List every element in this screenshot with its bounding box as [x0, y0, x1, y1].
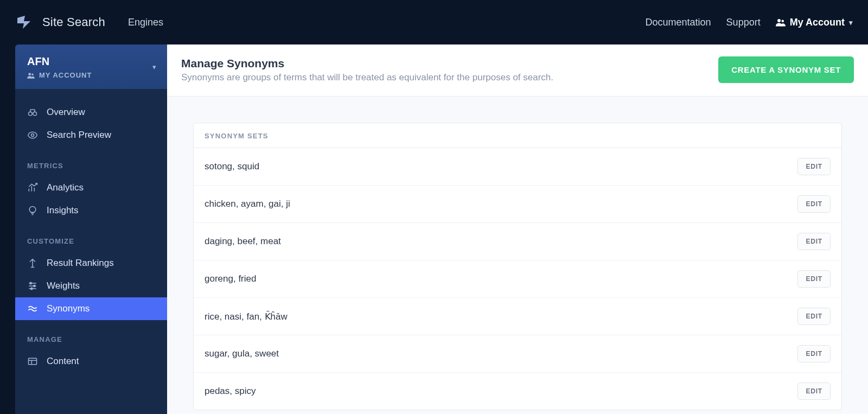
sidebar-item-overview[interactable]: Overview [15, 101, 167, 124]
edit-synonym-set-button[interactable]: EDIT [797, 308, 831, 325]
shell: AFN MY ACCOUNT ▾ O [0, 44, 868, 414]
sidebar-item-search-preview[interactable]: Search Preview [15, 124, 167, 147]
nav-section-manage: MANAGE Content [15, 323, 167, 376]
brand-name: Site Search [42, 15, 105, 29]
svg-point-5 [33, 112, 37, 116]
sidebar-item-synonyms[interactable]: Synonyms [15, 297, 167, 320]
edit-synonym-set-button[interactable]: EDIT [797, 345, 831, 362]
svg-point-4 [29, 112, 33, 116]
sidebar-item-analytics[interactable]: Analytics [15, 176, 167, 199]
sidebar-item-label: Analytics [47, 182, 84, 193]
sidebar-item-weights[interactable]: Weights [15, 275, 167, 297]
page-subtitle: Synonyms are groups of terms that will b… [181, 72, 553, 83]
synonym-set-text: goreng, fried [205, 273, 256, 284]
synonym-set-row: pedas, spicyEDIT [194, 373, 841, 410]
account-dropdown[interactable]: My Account ▾ [776, 17, 853, 28]
nav-section-customize: CUSTOMIZE Result Rankings [15, 225, 167, 323]
svg-point-1 [781, 20, 784, 23]
svg-point-3 [31, 73, 34, 75]
sidebar-item-label: Content [47, 356, 79, 367]
svg-rect-10 [29, 358, 37, 365]
main: Manage Synonyms Synonyms are groups of t… [167, 44, 868, 414]
documentation-link[interactable]: Documentation [646, 17, 711, 28]
synonym-set-text: sotong, squid [205, 161, 259, 172]
people-icon [776, 18, 786, 27]
synonym-set-text: sugar, gula, sweet [205, 348, 279, 359]
chevron-down-icon: ▾ [849, 18, 853, 27]
svg-point-7 [30, 282, 31, 284]
sliders-icon [27, 281, 38, 291]
topbar-left: Site Search Engines [15, 14, 163, 31]
sidebar-item-label: Synonyms [47, 303, 90, 314]
page-title: Manage Synonyms [181, 57, 553, 70]
account-label: My Account [790, 17, 845, 28]
sidebar-item-result-rankings[interactable]: Result Rankings [15, 252, 167, 275]
sidebar-item-insights[interactable]: Insights [15, 199, 167, 222]
support-link[interactable]: Support [726, 17, 761, 28]
svg-point-6 [31, 134, 34, 137]
page-header: Manage Synonyms Synonyms are groups of t… [167, 44, 868, 97]
topbar-right: Documentation Support My Account ▾ [646, 17, 853, 28]
binoculars-icon [27, 107, 38, 118]
eye-icon [27, 130, 38, 141]
nav-section-top: Overview Search Preview [15, 89, 167, 150]
edit-synonym-set-button[interactable]: EDIT [797, 270, 831, 288]
create-synonym-set-button[interactable]: CREATE A SYNONYM SET [718, 56, 854, 83]
chevron-down-icon: ▾ [152, 63, 156, 71]
synonym-set-row: chicken, ayam, gai, jiEDIT [194, 186, 841, 223]
people-icon [27, 72, 35, 79]
bulb-icon [27, 205, 38, 216]
content: SYNONYM SETS sotong, squidEDITchicken, a… [167, 97, 868, 414]
chart-icon [27, 182, 38, 193]
edit-synonym-set-button[interactable]: EDIT [797, 195, 831, 213]
engines-link[interactable]: Engines [128, 17, 163, 28]
sidebar-item-label: Insights [47, 205, 79, 216]
sidebar-item-label: Result Rankings [47, 258, 114, 269]
synonym-set-row: daging, beef, meatEDIT [194, 223, 841, 260]
sidebar-item-label: Overview [47, 107, 85, 118]
synonym-sets-panel: SYNONYM SETS sotong, squidEDITchicken, a… [193, 123, 842, 410]
sidebar: AFN MY ACCOUNT ▾ O [15, 44, 167, 414]
svg-point-2 [28, 73, 31, 75]
edit-synonym-set-button[interactable]: EDIT [797, 158, 831, 175]
synonym-set-text: pedas, spicy [205, 386, 256, 397]
logo-icon [15, 14, 33, 31]
content-icon [27, 356, 38, 367]
sidebar-item-label: Search Preview [47, 130, 111, 141]
synonym-set-row: rice, nasi, fan, K̄ĥāwEDIT [194, 298, 841, 335]
sidebar-item-label: Weights [47, 281, 80, 291]
synonym-set-text: rice, nasi, fan, K̄ĥāw [205, 311, 288, 322]
engine-name: AFN [27, 55, 155, 68]
edit-synonym-set-button[interactable]: EDIT [797, 233, 831, 250]
synonym-set-text: chicken, ayam, gai, ji [205, 199, 290, 209]
svg-point-8 [34, 285, 35, 286]
engine-selector[interactable]: AFN MY ACCOUNT ▾ [15, 44, 167, 89]
synonym-set-row: sugar, gula, sweetEDIT [194, 335, 841, 373]
svg-point-0 [777, 19, 781, 22]
engine-account-sub: MY ACCOUNT [27, 71, 155, 79]
svg-point-9 [31, 288, 33, 289]
synonym-set-row: goreng, friedEDIT [194, 260, 841, 298]
synonyms-icon [27, 303, 38, 314]
rankings-icon [27, 258, 38, 269]
edit-synonym-set-button[interactable]: EDIT [797, 383, 831, 400]
nav-heading-metrics: METRICS [15, 162, 167, 176]
panel-heading: SYNONYM SETS [194, 123, 841, 148]
synonym-set-text: daging, beef, meat [205, 236, 281, 247]
nav-section-metrics: METRICS Analytics [15, 150, 167, 225]
topbar: Site Search Engines Documentation Suppor… [0, 0, 868, 44]
synonym-set-row: sotong, squidEDIT [194, 148, 841, 186]
nav-heading-customize: CUSTOMIZE [15, 237, 167, 252]
sidebar-item-content[interactable]: Content [15, 350, 167, 373]
nav-heading-manage: MANAGE [15, 335, 167, 350]
